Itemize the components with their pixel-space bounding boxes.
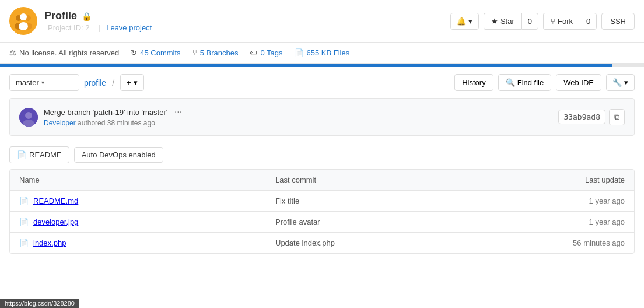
readme-label: README [29, 150, 62, 159]
commit-info: Merge branch 'patch-19' into 'master' ··… [9, 98, 635, 136]
readme-bar: 📄 README Auto DevOps enabled [0, 141, 644, 169]
files-link[interactable]: 655 KB Files [307, 48, 350, 57]
col-commit-header: Last commit [275, 176, 531, 184]
col-name-header: Name [19, 176, 275, 184]
branch-name: master [16, 78, 39, 87]
files-size: 655 KB [307, 48, 332, 57]
commits-stat: ↻ 45 Commits [131, 48, 180, 57]
file-name-cell: 📄 README.md [19, 197, 275, 205]
tags-label: Tags [267, 48, 282, 57]
fork-count[interactable]: 0 [580, 13, 597, 30]
project-header: Profile 🔒 Project ID: 2 | Leave project … [0, 0, 644, 43]
col-date-header: Last update [531, 176, 625, 184]
ssh-button[interactable]: SSH [601, 13, 635, 30]
search-icon: 🔍 [506, 78, 515, 87]
fork-button[interactable]: ⑂ Fork [543, 13, 580, 30]
files-label: Files [334, 48, 349, 57]
add-chevron-icon: ▾ [134, 78, 138, 87]
header-actions: 🔔 ▾ ★ Star 0 ⑂ Fork 0 SSH [450, 13, 635, 30]
license-stat: ⚖ No license. All rights reserved [9, 48, 119, 57]
file-link[interactable]: README.md [33, 197, 78, 205]
commit-author-link[interactable]: Developer [44, 119, 76, 127]
leave-project-link[interactable]: Leave project [106, 23, 152, 32]
commits-link[interactable]: 45 Commits [140, 48, 180, 57]
project-info: Profile 🔒 Project ID: 2 | Leave project [44, 10, 450, 32]
lock-icon: 🔒 [82, 12, 92, 21]
branch-selector[interactable]: master ▾ [9, 74, 79, 91]
readme-button[interactable]: 📄 README [9, 146, 69, 163]
commits-count: 45 [140, 48, 148, 57]
branches-stat: ⑂ 5 Branches [192, 48, 239, 57]
notify-chevron: ▾ [468, 17, 473, 26]
file-commit-cell: Fix title [275, 197, 531, 205]
stats-bar: ⚖ No license. All rights reserved ↻ 45 C… [0, 43, 644, 64]
tags-stat: 🏷 0 Tags [250, 48, 282, 57]
commit-expand-button[interactable]: ··· [170, 104, 187, 120]
path-link[interactable]: profile [84, 78, 106, 88]
tags-count: 0 [260, 48, 264, 57]
star-label: Star [501, 17, 514, 26]
svg-point-8 [25, 112, 32, 119]
history-button[interactable]: History [454, 74, 493, 91]
branches-icon: ⑂ [192, 48, 197, 57]
file-link[interactable]: index.php [33, 239, 66, 247]
project-name: Profile [44, 10, 77, 22]
commit-time: 38 minutes ago [107, 119, 155, 127]
more-chevron-icon: ▾ [624, 78, 628, 87]
copy-hash-button[interactable]: ⧉ [609, 109, 625, 125]
path-separator: / [112, 78, 114, 88]
commit-message: Merge branch 'patch-19' into 'master' ··… [44, 107, 558, 117]
web-ide-button[interactable]: Web IDE [556, 74, 601, 91]
add-file-button[interactable]: + ▾ [120, 74, 144, 91]
project-meta: Project ID: 2 | Leave project [44, 23, 450, 32]
table-row: 📄 README.md Fix title 1 year ago [10, 191, 634, 212]
file-name-cell: 📄 index.php [19, 239, 275, 247]
svg-point-5 [20, 13, 27, 20]
more-options-button[interactable]: 🔧 ▾ [606, 74, 635, 91]
license-icon: ⚖ [9, 48, 16, 57]
fork-label: Fork [558, 17, 573, 26]
project-avatar [9, 7, 37, 35]
notify-button[interactable]: 🔔 ▾ [450, 13, 479, 30]
branch-chevron-icon: ▾ [41, 79, 44, 86]
fork-group: ⑂ Fork 0 [543, 13, 597, 30]
commits-label: Commits [150, 48, 180, 57]
fork-icon: ⑂ [551, 17, 555, 26]
commit-message-link[interactable]: Merge branch 'patch-19' into 'master' [44, 108, 167, 117]
svg-point-6 [19, 22, 28, 30]
branches-count: 5 [200, 48, 204, 57]
commit-avatar [19, 108, 38, 127]
authored-label: authored [78, 119, 105, 127]
branches-link[interactable]: 5 Branches [200, 48, 239, 57]
url-hint: https://blog.csdn/328280 [0, 299, 79, 308]
project-id: Project ID: 2 [48, 23, 90, 32]
file-name-cell: 📄 developer.jpg [19, 218, 275, 226]
file-icon: 📄 [19, 197, 29, 205]
find-file-button[interactable]: 🔍 Find file [498, 74, 552, 91]
license-label: No license. All rights reserved [19, 48, 119, 57]
commit-hash: 33ab9ad8 [558, 110, 606, 124]
commit-details: Merge branch 'patch-19' into 'master' ··… [44, 107, 558, 127]
plus-icon: + [127, 78, 131, 87]
commits-icon: ↻ [131, 48, 137, 57]
tags-icon: 🏷 [250, 48, 257, 57]
file-commit-cell: Profile avatar [275, 218, 531, 226]
bell-icon: 🔔 [457, 17, 466, 26]
table-row: 📄 index.php Update index.php 56 minutes … [10, 233, 634, 253]
table-row: 📄 developer.jpg Profile avatar 1 year ag… [10, 212, 634, 233]
commit-by: Developer authored 38 minutes ago [44, 119, 558, 127]
star-group: ★ Star 0 [484, 13, 538, 30]
file-link[interactable]: developer.jpg [33, 218, 78, 226]
tags-link[interactable]: 0 Tags [260, 48, 282, 57]
devops-badge: Auto DevOps enabled [74, 147, 163, 163]
project-title-area: Profile 🔒 [44, 10, 450, 22]
star-count[interactable]: 0 [522, 13, 538, 30]
doc-icon: 📄 [17, 150, 26, 159]
file-table: Name Last commit Last update 📄 README.md… [9, 169, 635, 254]
star-button[interactable]: ★ Star [484, 13, 522, 30]
file-date-cell: 56 minutes ago [531, 239, 625, 247]
files-stat: 📄 655 KB Files [295, 48, 350, 57]
branch-bar-right: History 🔍 Find file Web IDE 🔧 ▾ [454, 74, 635, 91]
copy-icon: ⧉ [614, 113, 620, 121]
branches-label: Branches [206, 48, 238, 57]
